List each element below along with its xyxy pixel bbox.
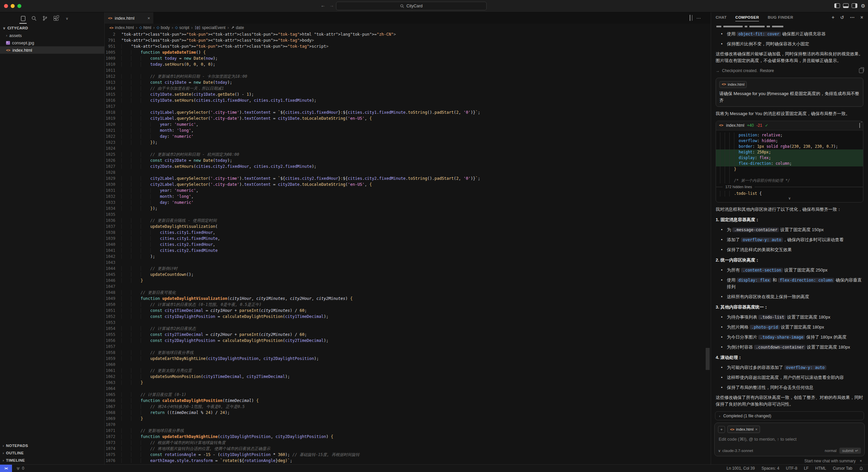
editor-scrollbar-thumb[interactable] — [706, 348, 710, 370]
history-icon[interactable]: ↺ — [840, 15, 844, 20]
code-text[interactable]: // 更新地球日夜分界线 — [121, 427, 184, 434]
close-panel-icon[interactable]: × — [860, 15, 863, 20]
code-line[interactable]: 1032 month: 'long', — [105, 194, 711, 200]
submit-button[interactable]: submit ↵ — [839, 448, 861, 454]
bell-icon[interactable] — [859, 466, 863, 471]
toggle-secondary-sidebar-button[interactable] — [852, 3, 857, 8]
line-number[interactable]: 1075 — [105, 452, 115, 458]
line-number[interactable]: 1039 — [105, 236, 115, 241]
toggle-panel-button[interactable] — [843, 3, 849, 8]
line-number[interactable]: 1040 — [105, 241, 115, 247]
line-number[interactable]: 1041 — [105, 247, 115, 254]
code-text[interactable]: year: 'numeric', — [121, 187, 198, 194]
tab-close-icon[interactable]: × — [147, 16, 150, 21]
code-line[interactable]: 1011 — [105, 67, 711, 73]
breadcrumb-item-html[interactable]: ◇html — [140, 25, 151, 30]
close-window-button[interactable] — [4, 4, 8, 8]
copy-icon[interactable] — [859, 68, 863, 73]
code-line[interactable]: 1056 const city2DaylightPosition = calcu… — [105, 337, 711, 344]
code-line[interactable]: 1046 } — [105, 277, 711, 284]
sidebar-section-outline[interactable]: ›OUTLINE — [0, 449, 104, 456]
code-text[interactable]: } — [121, 277, 143, 284]
code-text[interactable]: city2Label.querySelector('.city-time').t… — [121, 175, 480, 181]
code-text[interactable]: } — [121, 380, 143, 386]
statusbar-item-lf[interactable]: LF — [804, 466, 809, 471]
line-number[interactable]: 1055 — [105, 331, 115, 337]
code-text[interactable]: cities.city2.fixedMinute — [121, 247, 218, 254]
remote-indicator[interactable]: >< — [0, 465, 12, 472]
tab-index-html[interactable]: <> index.html × — [105, 12, 153, 24]
line-number[interactable]: 1025 — [105, 151, 115, 157]
code-text[interactable]: function calculateDaylightPosition(timeD… — [121, 397, 259, 404]
diff-card-header[interactable]: <>index.html+40-21✓ — [716, 121, 863, 130]
line-number[interactable]: 1069 — [105, 416, 115, 422]
line-number[interactable]: 1059 — [105, 356, 115, 362]
code-line[interactable]: 1074 // 将地球图片旋转到合适的位置, 使两个城市的日夜状态正确显示 — [105, 446, 711, 452]
code-line[interactable]: 1064 — [105, 386, 711, 392]
line-number[interactable]: 1042 — [105, 254, 115, 260]
start-new-chat-hint[interactable]: Start new chat with summary — [804, 459, 856, 463]
message-context-chip[interactable]: <>index.html — [719, 81, 747, 88]
line-number[interactable]: 1020 — [105, 121, 115, 127]
line-number[interactable]: 1047 — [105, 284, 115, 290]
line-number[interactable]: 1046 — [105, 277, 115, 284]
code-text[interactable]: const city2TimeDecimal = city2Hour + par… — [121, 331, 307, 337]
line-number[interactable]: 1063 — [105, 380, 115, 386]
code-text[interactable]: updateCountdown(); — [121, 271, 194, 277]
breadcrumb-item-body[interactable]: ◇body — [157, 25, 170, 30]
line-number[interactable]: 1033 — [105, 200, 115, 205]
code-line[interactable]: 1071 // 更新地球日夜分界线 — [105, 427, 711, 434]
line-number[interactable]: 1050 — [105, 301, 115, 307]
code-line[interactable]: 1012 // 更新城市1的时间和日期 - 卡尔加里固定为18:00 — [105, 73, 711, 79]
composer-tab-chat[interactable]: CHAT — [716, 12, 727, 22]
code-text[interactable]: // 根据两个城市的时间计算地球旋转角度 — [121, 440, 225, 446]
code-line[interactable]: 1063 } — [105, 380, 711, 386]
line-number[interactable]: 1024 — [105, 145, 115, 151]
line-number[interactable]: 1064 — [105, 386, 115, 392]
statusbar-item-ln-1001-col-39[interactable]: Ln 1001, Col 39 — [727, 466, 755, 471]
code-line[interactable]: 1043 — [105, 260, 711, 266]
code-text[interactable]: const city2DaylightPosition = calculateD… — [121, 337, 328, 344]
file-row-index-html[interactable]: <>index.html — [0, 47, 104, 54]
code-text[interactable]: updateSunMoonPosition(city1TimeDecimal, … — [121, 374, 290, 380]
composer-input-card[interactable]: + <> index.html × Edit code (⌘I), @ to m… — [714, 423, 865, 456]
more-actions-icon[interactable]: ⋯ — [850, 15, 855, 20]
code-line[interactable]: 1021 month: 'long', — [105, 127, 711, 134]
code-line[interactable]: 1010 today.setHours(0, 0, 0, 0); — [105, 61, 711, 67]
model-selector[interactable]: ∨ claude-3.7-sonnet — [718, 449, 753, 453]
line-number[interactable]: 1052 — [105, 314, 115, 320]
line-number[interactable]: 791 — [105, 37, 115, 43]
line-number[interactable]: 1030 — [105, 181, 115, 187]
extensions-icon[interactable] — [53, 16, 59, 21]
code-line[interactable]: 1044 // 更新倒计时 — [105, 266, 711, 271]
line-number[interactable]: 1073 — [105, 440, 115, 446]
code-text[interactable]: // 更新倒计时 — [121, 266, 177, 271]
code-line[interactable]: 1058 // 更新地球日夜分界线 — [105, 350, 711, 356]
line-number[interactable]: 1066 — [105, 397, 115, 404]
line-number[interactable]: 1057 — [105, 344, 115, 350]
code-text[interactable]: // 更新城市1的时间和日期 - 卡尔加里固定为18:00 — [121, 73, 247, 79]
expand-chevron-icon[interactable]: ∨ — [716, 197, 863, 202]
line-number[interactable]: 1048 — [105, 290, 115, 296]
code-text[interactable]: const city1DaylightPosition = calculateD… — [121, 314, 328, 320]
code-text[interactable]: const rotationAngle = -15 - (city1Daylig… — [121, 452, 360, 458]
line-number[interactable]: 1067 — [105, 404, 115, 410]
code-text[interactable]: // 将24小时转换为0-1范围, 午夜是0, 正午是0.5 — [121, 404, 245, 410]
code-line[interactable]: 1009 const today = new Date(now); — [105, 55, 711, 61]
code-text[interactable]: today.setHours(0, 0, 0, 0); — [121, 61, 215, 67]
forward-icon[interactable]: → — [329, 3, 334, 8]
code-line[interactable]: 1017 — [105, 104, 711, 110]
mode-label[interactable]: normal — [825, 449, 836, 453]
code-line[interactable]: 1057 — [105, 344, 711, 350]
code-text[interactable]: function updateDaylightVisualization(cit… — [121, 296, 353, 301]
explorer-icon[interactable] — [20, 16, 26, 21]
line-number[interactable]: 1011 — [105, 67, 115, 73]
line-number[interactable]: 1058 — [105, 350, 115, 356]
code-text[interactable]: // 计算城市2的日夜状态 — [121, 326, 196, 331]
code-line[interactable]: 1026 const city2Date = new Date(today); — [105, 157, 711, 164]
line-number[interactable]: 1013 — [105, 79, 115, 85]
composer-conversation[interactable]: •使用 object-fit: cover 确保图片正确填充容器•保持图片比例不… — [711, 22, 868, 409]
code-text[interactable]: day: 'numeric' — [121, 134, 194, 140]
statusbar-item-utf-8[interactable]: UTF-8 — [786, 466, 797, 471]
code-text[interactable]: function updateDateTime() { — [121, 49, 206, 55]
